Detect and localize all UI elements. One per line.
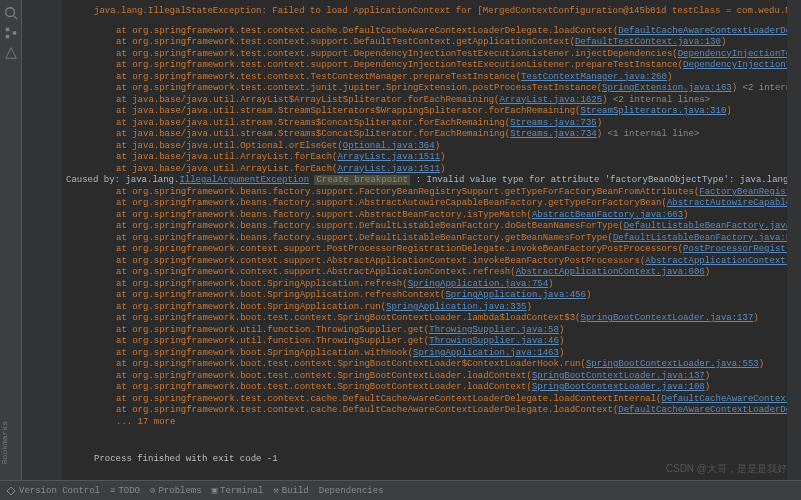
source-link[interactable]: Streams.java:735 — [510, 118, 596, 128]
side-vertical-tabs: Bookmarks — [0, 421, 9, 464]
stack-frame: at org.springframework.util.function.Thr… — [66, 336, 783, 348]
create-breakpoint[interactable]: Create breakpoint — [314, 175, 410, 185]
stack-frame: at org.springframework.context.support.P… — [66, 244, 783, 256]
source-link[interactable]: ArrayList.java:1625 — [499, 95, 602, 105]
source-link[interactable]: SpringApplication.java:456 — [445, 290, 585, 300]
source-link[interactable]: SpringBootContextLoader.java:137 — [580, 313, 753, 323]
caused-by-line: Caused by: java.lang.IllegalArgumentExce… — [66, 175, 783, 187]
stack-frame: at org.springframework.test.context.cach… — [66, 394, 783, 406]
exception-link[interactable]: IllegalArgumentException — [179, 175, 309, 185]
source-link[interactable]: DefaultListableBeanFactory.java:575 — [624, 221, 787, 231]
stack-frame: at org.springframework.beans.factory.sup… — [66, 233, 783, 245]
stack-frame: at org.springframework.boot.SpringApplic… — [66, 302, 783, 314]
svg-line-1 — [13, 16, 17, 20]
stack-frame: at org.springframework.test.context.supp… — [66, 49, 783, 61]
stack-frame: at org.springframework.test.context.supp… — [66, 60, 783, 72]
stack-frame: at org.springframework.test.context.supp… — [66, 37, 783, 49]
line-gutter: ⊟ ⊟ — [22, 0, 62, 500]
stack-frame: at java.base/java.util.stream.Streams$Co… — [66, 129, 783, 141]
source-link[interactable]: Optional.java:364 — [343, 141, 435, 151]
vcs-tab[interactable]: Version Control — [6, 486, 100, 496]
stack-frame: at java.base/java.util.ArrayList$ArrayLi… — [66, 95, 783, 107]
svg-rect-2 — [5, 28, 9, 32]
terminal-tab[interactable]: ▣Terminal — [212, 485, 264, 496]
console-output[interactable]: java.lang.IllegalStateException: Failed … — [62, 0, 787, 480]
source-link[interactable]: TestContextManager.java:260 — [521, 72, 667, 82]
source-link[interactable]: AbstractBeanFactory.java:663 — [532, 210, 683, 220]
svg-rect-3 — [5, 35, 9, 39]
source-link[interactable]: ThrowingSupplier.java:46 — [429, 336, 559, 346]
stack-frame: at java.base/java.util.ArrayList.forEach… — [66, 152, 783, 164]
stack-frame: at org.springframework.test.context.cach… — [66, 26, 783, 38]
side-tab-bookmarks[interactable]: Bookmarks — [0, 421, 9, 464]
svg-rect-4 — [12, 31, 16, 35]
todo-tab[interactable]: ≡TODO — [110, 486, 140, 496]
source-link[interactable]: ThrowingSupplier.java:58 — [429, 325, 559, 335]
source-link[interactable]: DefaultTestContext.java:130 — [575, 37, 721, 47]
stack-frame: at org.springframework.test.context.juni… — [66, 83, 783, 95]
source-link[interactable]: AbstractAutowireCapableBeanFactory.java:… — [667, 198, 787, 208]
source-link[interactable]: PostProcessorRegistrationDelegate.java:1… — [683, 244, 787, 254]
source-link[interactable]: AbstractApplicationContext.java:606 — [516, 267, 705, 277]
scrollbar[interactable] — [787, 0, 801, 500]
stack-frame: at org.springframework.test.context.Test… — [66, 72, 783, 84]
stack-frame: at org.springframework.beans.factory.sup… — [66, 210, 783, 222]
stack-frame: at org.springframework.test.context.cach… — [66, 405, 783, 417]
source-link[interactable]: Streams.java:734 — [510, 129, 596, 139]
stack-frame: at org.springframework.beans.factory.sup… — [66, 198, 783, 210]
stack-frame: at org.springframework.boot.SpringApplic… — [66, 279, 783, 291]
search-icon[interactable] — [4, 6, 18, 20]
build-icon[interactable] — [4, 46, 18, 60]
source-link[interactable]: SpringBootContextLoader.java:137 — [532, 371, 705, 381]
source-link[interactable]: ArrayList.java:1511 — [337, 152, 440, 162]
source-link[interactable]: ArrayList.java:1511 — [337, 164, 440, 174]
stack-frame: at java.base/java.util.ArrayList.forEach… — [66, 164, 783, 176]
stack-frame: at java.base/java.util.stream.StreamSpli… — [66, 106, 783, 118]
stack-frame: at org.springframework.context.support.A… — [66, 256, 783, 268]
source-link[interactable]: DefaultListableBeanFactory.java:534 — [613, 233, 787, 243]
svg-point-0 — [5, 8, 14, 17]
source-link[interactable]: DependencyInjectionTestExecutionListener… — [683, 60, 787, 70]
source-link[interactable]: DefaultCacheAwareContextLoaderDelegate.j… — [662, 394, 788, 404]
more-frames: ... 17 more — [66, 417, 783, 429]
source-link[interactable]: StreamSpliterators.java:310 — [580, 106, 726, 116]
stack-frame: at org.springframework.context.support.A… — [66, 267, 783, 279]
source-link[interactable]: SpringBootContextLoader.java:108 — [532, 382, 705, 392]
source-link[interactable]: DefaultCacheAwareContextLoaderDelegate.j… — [618, 26, 787, 36]
source-link[interactable]: SpringBootContextLoader.java:553 — [586, 359, 759, 369]
status-bar: Version Control ≡TODO ⊘Problems ▣Termina… — [0, 480, 801, 500]
stack-frame: at org.springframework.beans.factory.sup… — [66, 187, 783, 199]
source-link[interactable]: DependencyInjectionTestExecutionListener… — [678, 49, 787, 59]
source-link[interactable]: FactoryBeanRegistrySupport.java:86 — [699, 187, 787, 197]
source-link[interactable]: SpringApplication.java:335 — [386, 302, 526, 312]
stack-frame: at org.springframework.util.function.Thr… — [66, 325, 783, 337]
stack-frame: at org.springframework.boot.test.context… — [66, 382, 783, 394]
source-link[interactable]: SpringApplication.java:754 — [408, 279, 548, 289]
stack-frame: at org.springframework.boot.SpringApplic… — [66, 348, 783, 360]
structure-icon[interactable] — [4, 26, 18, 40]
problems-tab[interactable]: ⊘Problems — [150, 485, 202, 496]
stack-frame: at java.base/java.util.Optional.orElseGe… — [66, 141, 783, 153]
exception-header: java.lang.IllegalStateException: Failed … — [66, 6, 783, 18]
source-link[interactable]: SpringApplication.java:1463 — [413, 348, 559, 358]
stack-frame: at org.springframework.beans.factory.sup… — [66, 221, 783, 233]
source-link[interactable]: SpringExtension.java:163 — [602, 83, 732, 93]
stack-frame: at java.base/java.util.stream.Streams$Co… — [66, 118, 783, 130]
stack-frame: at org.springframework.boot.test.context… — [66, 313, 783, 325]
watermark: CSDN @大哥，是是是我好 — [666, 462, 787, 476]
deps-tab[interactable]: Dependencies — [319, 486, 384, 496]
source-link[interactable]: DefaultCacheAwareContextLoaderDelegate.j… — [618, 405, 787, 415]
stack-frame: at org.springframework.boot.test.context… — [66, 359, 783, 371]
source-link[interactable]: AbstractApplicationContext.java:788 — [645, 256, 787, 266]
stack-frame: at org.springframework.boot.SpringApplic… — [66, 290, 783, 302]
stack-frame: at org.springframework.boot.test.context… — [66, 371, 783, 383]
build-tab[interactable]: ⚒Build — [273, 485, 308, 496]
